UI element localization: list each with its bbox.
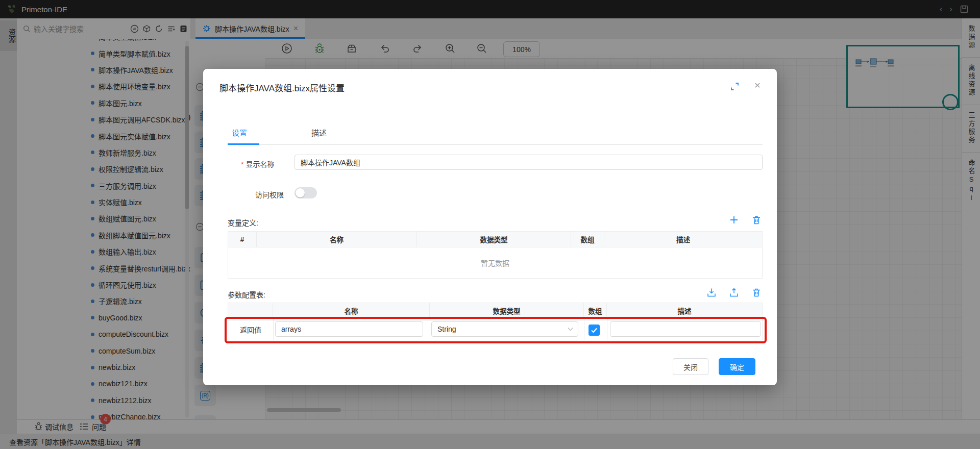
required-mark: * (241, 160, 243, 168)
dialog-title: 脚本操作JAVA数组.bizx属性设置 (219, 81, 345, 94)
param-type-select[interactable]: String (431, 321, 578, 337)
variables-section-title: 变量定义: (228, 217, 258, 228)
params-section-title: 参数配置表: (228, 289, 265, 300)
chevron-down-icon (568, 327, 573, 331)
display-name-input[interactable] (295, 155, 763, 170)
ok-button[interactable]: 确定 (719, 358, 755, 375)
display-name-label: *显示名称 (241, 159, 274, 169)
check-icon (589, 325, 599, 335)
column-header: 数组 (584, 303, 607, 318)
close-dialog-icon[interactable]: × (754, 79, 761, 91)
close-button[interactable]: 关闭 (673, 358, 708, 375)
delete-param-icon[interactable] (751, 287, 762, 297)
params-table-header: 名称数据类型数组描述 (228, 303, 763, 319)
variables-table-header: #名称数据类型数组描述 (228, 231, 763, 247)
dialog-tab-settings[interactable]: 设置 (232, 127, 247, 138)
toggle-knob (296, 188, 305, 197)
column-header: 描述 (604, 232, 762, 247)
column-header: 描述 (607, 303, 762, 318)
param-name-input[interactable] (275, 321, 423, 337)
param-row: 返回值 String (228, 319, 763, 340)
dialog-tab-description[interactable]: 描述 (311, 127, 327, 138)
column-header: 数据类型 (430, 303, 584, 318)
delete-variable-icon[interactable] (751, 215, 762, 225)
tab-divider (228, 144, 763, 145)
param-description-input[interactable] (610, 321, 761, 337)
access-toggle[interactable] (295, 187, 317, 198)
variables-table: #名称数据类型数组描述 暂无数据 (228, 231, 763, 279)
column-header: # (228, 232, 257, 247)
active-dialog-tab-underline (228, 143, 259, 145)
fullscreen-icon[interactable] (730, 82, 739, 91)
column-header: 数组 (571, 232, 604, 247)
column-header: 数据类型 (417, 232, 571, 247)
column-header: 名称 (257, 232, 417, 247)
import-params-icon[interactable] (706, 287, 717, 297)
param-kind-label: 返回值 (228, 319, 273, 340)
properties-dialog: 脚本操作JAVA数组.bizx属性设置 × 设置 描述 *显示名称 访问权限 变… (203, 69, 777, 385)
export-params-icon[interactable] (729, 287, 739, 297)
access-label: 访问权限 (255, 189, 284, 199)
variables-empty-state: 暂无数据 (228, 247, 763, 279)
column-header: 名称 (273, 303, 430, 318)
params-table: 名称数据类型数组描述 返回值 String (228, 303, 763, 340)
param-type-value: String (437, 325, 456, 333)
array-checkbox[interactable] (589, 325, 600, 336)
column-header (228, 303, 273, 318)
add-variable-icon[interactable] (729, 215, 739, 225)
